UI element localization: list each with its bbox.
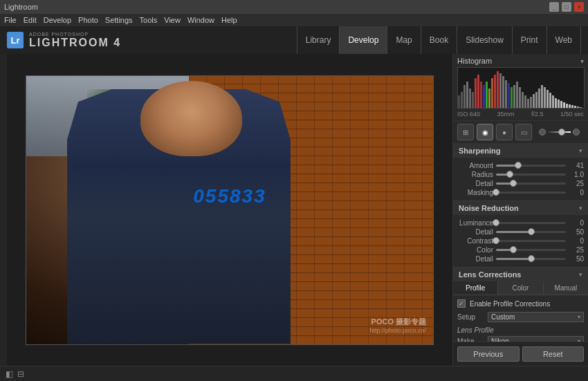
noise-contrast-thumb[interactable] [493, 237, 499, 244]
svg-rect-19 [511, 87, 513, 109]
svg-rect-45 [582, 108, 585, 109]
svg-rect-16 [502, 76, 504, 109]
svg-rect-39 [566, 104, 568, 109]
sharpening-radius-thumb[interactable] [506, 171, 513, 178]
module-develop[interactable]: Develop [340, 26, 387, 54]
sharpening-detail-thumb[interactable] [510, 180, 517, 187]
menu-view[interactable]: View [164, 16, 181, 24]
sharpening-header[interactable]: Sharpening ▾ [453, 144, 588, 158]
watermark-brand: POCO 摄影专题 [369, 317, 426, 327]
sharpening-detail-track[interactable] [496, 183, 566, 185]
histogram-section: Histogram ▾ [453, 54, 588, 121]
title-bar: Lightroom _ □ ✕ [0, 0, 588, 14]
noise-colordetail-fill [496, 258, 531, 260]
svg-rect-13 [494, 75, 496, 109]
module-print[interactable]: Print [513, 26, 547, 54]
tool-line[interactable]: ▭ [515, 124, 532, 140]
menu-window[interactable]: Window [187, 16, 214, 24]
tool-circle[interactable]: ◉ [477, 124, 493, 140]
tone-node-left[interactable] [539, 129, 546, 136]
adobe-label: ADOBE PHOTOSHOP [29, 32, 121, 37]
module-library[interactable]: Library [297, 26, 340, 54]
noise-colordetail-track[interactable] [496, 258, 566, 260]
lens-tab-color[interactable]: Color [498, 281, 543, 295]
enable-corrections-checkbox[interactable]: ✓ [457, 299, 466, 308]
noise-colordetail-thumb[interactable] [528, 255, 535, 262]
module-book[interactable]: Book [421, 26, 457, 54]
noise-luminance-track[interactable] [496, 222, 566, 224]
lens-body: ✓ Enable Profile Corrections Setup Custo… [453, 295, 588, 342]
noise-title: Noise Reduction [459, 204, 519, 212]
photo-frame: 055833 POCO 摄影专题 http://photo.poco.cn/ [26, 75, 434, 345]
enable-corrections-row: ✓ Enable Profile Corrections [457, 299, 584, 308]
filmstrip-toggle-icon[interactable]: ◧ [6, 369, 13, 379]
view-mode-icon[interactable]: ⊟ [17, 369, 24, 379]
svg-rect-40 [569, 104, 571, 109]
sharpening-expand-icon: ▾ [579, 147, 582, 154]
noise-header[interactable]: Noise Reduction ▾ [453, 201, 588, 215]
sharpening-masking-thumb[interactable] [493, 189, 499, 196]
noise-color-track[interactable] [496, 249, 566, 251]
tone-node-right[interactable] [573, 129, 580, 136]
lens-header[interactable]: Lens Corrections ▾ [453, 268, 588, 281]
setup-dropdown[interactable]: Custom ▾ [488, 312, 584, 322]
svg-rect-15 [499, 73, 502, 109]
histogram-canvas [457, 67, 585, 109]
module-web[interactable]: Web [547, 26, 581, 54]
menu-settings[interactable]: Settings [105, 16, 133, 24]
svg-rect-11 [488, 89, 490, 109]
sharpening-detail-row: Detail 25 [457, 180, 584, 187]
close-button[interactable]: ✕ [574, 2, 584, 12]
noise-luminance-row: Luminance 0 [457, 219, 584, 227]
svg-rect-9 [483, 85, 485, 109]
menu-photo[interactable]: Photo [78, 16, 98, 24]
sharpening-amount-track[interactable] [496, 165, 566, 167]
sharpening-radius-track[interactable] [496, 174, 566, 176]
app-name: LIGHTROOM 4 [29, 37, 121, 49]
tool-grid[interactable]: ⊞ [457, 124, 474, 140]
main-content: 055833 POCO 摄影专题 http://photo.poco.cn/ H… [0, 54, 588, 366]
module-slideshow[interactable]: Slideshow [457, 26, 513, 54]
tone-track[interactable] [548, 131, 571, 133]
noise-contrast-track[interactable] [496, 240, 566, 242]
svg-rect-42 [574, 106, 576, 109]
meta-focal: 35mm [497, 111, 515, 118]
previous-button[interactable]: Previous [457, 346, 520, 362]
reset-button[interactable]: Reset [522, 346, 585, 362]
histogram-expand-icon[interactable]: ▾ [580, 57, 584, 65]
sharpening-title: Sharpening [459, 147, 501, 155]
menu-bar: File Edit Develop Photo Settings Tools V… [0, 14, 588, 26]
svg-rect-44 [580, 107, 582, 109]
menu-develop[interactable]: Develop [44, 16, 71, 24]
menu-file[interactable]: File [4, 16, 17, 24]
noise-color-thumb[interactable] [510, 246, 517, 253]
menu-edit[interactable]: Edit [24, 16, 37, 24]
make-row: Make Nikon ▾ [457, 336, 584, 342]
noise-detail-track[interactable] [496, 231, 566, 233]
noise-detail-thumb[interactable] [528, 228, 535, 235]
menu-help[interactable]: Help [221, 16, 237, 24]
noise-contrast-value: 0 [569, 237, 584, 245]
svg-rect-43 [577, 106, 579, 109]
menu-tools[interactable]: Tools [140, 16, 158, 24]
sharpening-masking-track[interactable] [496, 192, 566, 194]
lens-tab-manual[interactable]: Manual [544, 281, 588, 295]
module-map[interactable]: Map [387, 26, 421, 54]
tone-thumb[interactable] [558, 129, 565, 136]
lens-title: Lens Corrections [459, 270, 521, 279]
make-dropdown[interactable]: Nikon ▾ [488, 336, 584, 342]
tool-dot[interactable]: ● [496, 124, 513, 140]
window-controls: _ □ ✕ [549, 2, 584, 12]
sharpening-section: Sharpening ▾ Amount 41 Radius [453, 144, 588, 201]
lens-tab-profile[interactable]: Profile [453, 281, 498, 295]
minimize-button[interactable]: _ [549, 2, 559, 12]
sharpening-amount-thumb[interactable] [515, 162, 522, 169]
histogram-svg [458, 68, 585, 109]
noise-body: Luminance 0 Detail 50 Contra [453, 215, 588, 267]
svg-rect-2 [463, 85, 466, 109]
noise-luminance-thumb[interactable] [493, 219, 499, 226]
noise-color-row: Color 25 [457, 246, 584, 254]
noise-colordetail-value: 50 [569, 255, 584, 263]
svg-rect-29 [538, 89, 540, 109]
maximize-button[interactable]: □ [562, 2, 571, 12]
